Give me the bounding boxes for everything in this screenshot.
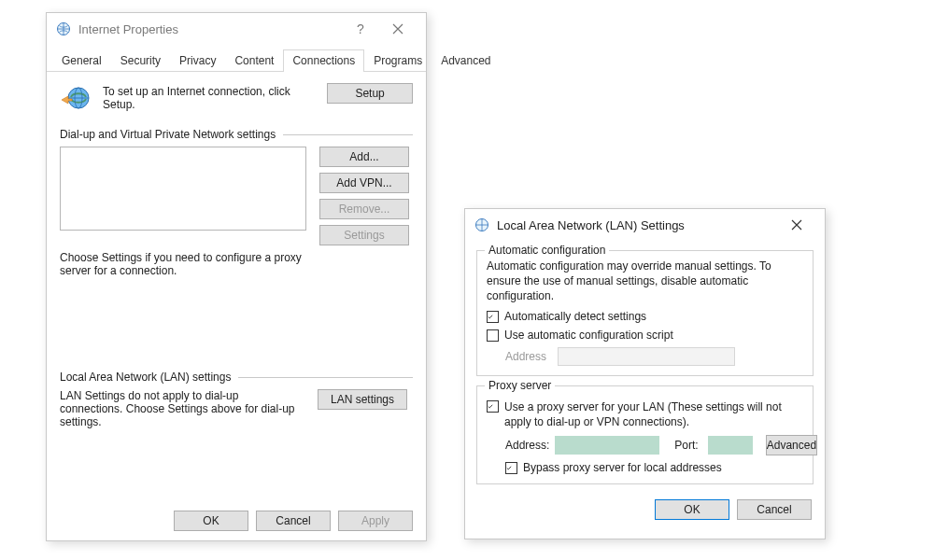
lan-group-label: Local Area Network (LAN) settings: [60, 371, 231, 384]
divider: [238, 377, 413, 378]
proxy-note: Choose Settings if you need to configure…: [60, 251, 304, 277]
settings-button: Settings: [319, 225, 409, 245]
proxy-group: Proxy server Use a proxy server for your…: [476, 385, 814, 484]
proxy-port-input[interactable]: [708, 436, 753, 455]
script-address-input: [558, 347, 735, 366]
titlebar[interactable]: Internet Properties ?: [47, 13, 426, 45]
tab-security[interactable]: Security: [111, 49, 170, 72]
close-button[interactable]: [778, 212, 815, 238]
auto-script-label: Use automatic configuration script: [504, 329, 673, 342]
advanced-button[interactable]: Advanced: [766, 435, 817, 455]
add-button[interactable]: Add...: [319, 147, 409, 167]
help-button[interactable]: ?: [342, 16, 379, 42]
auto-detect-checkbox[interactable]: Automatically detect settings: [487, 310, 803, 323]
ok-button[interactable]: OK: [174, 511, 248, 531]
lan-note: LAN Settings do not apply to dial-up con…: [60, 389, 304, 428]
bypass-checkbox[interactable]: Bypass proxy server for local addresses: [505, 461, 803, 474]
internet-options-icon: [56, 21, 71, 36]
dialup-group-label: Dial-up and Virtual Private Network sett…: [60, 128, 276, 141]
checkbox-icon: [505, 462, 517, 474]
checkbox-icon: [487, 329, 499, 342]
cancel-button[interactable]: Cancel: [737, 499, 812, 520]
setup-button[interactable]: Setup: [327, 83, 413, 104]
tab-content[interactable]: Content: [225, 49, 283, 72]
lan-settings-button[interactable]: LAN settings: [318, 389, 407, 410]
script-address-label: Address: [505, 350, 552, 363]
bypass-label: Bypass proxy server for local addresses: [523, 461, 722, 474]
proxy-port-label: Port:: [674, 439, 698, 452]
tabstrip: General Security Privacy Content Connect…: [47, 49, 426, 72]
divider: [283, 134, 413, 135]
auto-script-checkbox[interactable]: Use automatic configuration script: [487, 329, 803, 342]
auto-config-legend: Automatic configuration: [485, 244, 609, 257]
proxy-address-label: Address:: [505, 439, 549, 452]
cancel-button[interactable]: Cancel: [256, 511, 331, 531]
ok-button[interactable]: OK: [655, 499, 729, 520]
tab-general[interactable]: General: [52, 49, 111, 72]
dialog-footer: OK Cancel Apply: [174, 511, 413, 531]
tab-connections[interactable]: Connections: [283, 49, 364, 72]
auto-detect-label: Automatically detect settings: [504, 310, 646, 323]
titlebar[interactable]: Local Area Network (LAN) Settings: [465, 209, 825, 241]
use-proxy-label: Use a proxy server for your LAN (These s…: [504, 399, 803, 429]
proxy-legend: Proxy server: [485, 379, 555, 392]
add-vpn-button[interactable]: Add VPN...: [319, 173, 409, 193]
checkbox-icon: [487, 311, 499, 323]
dialup-listbox[interactable]: [60, 147, 306, 231]
globe-arrow-icon: [60, 83, 92, 115]
internet-properties-dialog: Internet Properties ? General Security P…: [46, 12, 427, 541]
auto-config-group: Automatic configuration Automatic config…: [476, 250, 814, 376]
checkbox-icon: [487, 400, 499, 413]
auto-config-text: Automatic configuration may override man…: [487, 259, 803, 304]
setup-text: To set up an Internet connection, click …: [103, 83, 316, 111]
internet-options-icon: [474, 217, 489, 232]
remove-button: Remove...: [319, 199, 409, 219]
lan-settings-dialog: Local Area Network (LAN) Settings Automa…: [464, 208, 826, 539]
tab-privacy[interactable]: Privacy: [170, 49, 225, 72]
use-proxy-checkbox[interactable]: Use a proxy server for your LAN (These s…: [487, 399, 803, 429]
tab-programs[interactable]: Programs: [364, 49, 432, 72]
proxy-address-input[interactable]: [555, 436, 659, 455]
dialog-footer: OK Cancel: [465, 490, 825, 531]
apply-button: Apply: [338, 511, 413, 531]
tab-advanced[interactable]: Advanced: [432, 49, 500, 72]
window-title: Local Area Network (LAN) Settings: [497, 218, 685, 232]
window-title: Internet Properties: [78, 22, 178, 36]
connections-pane: To set up an Internet connection, click …: [47, 72, 426, 441]
close-button[interactable]: [379, 16, 417, 42]
